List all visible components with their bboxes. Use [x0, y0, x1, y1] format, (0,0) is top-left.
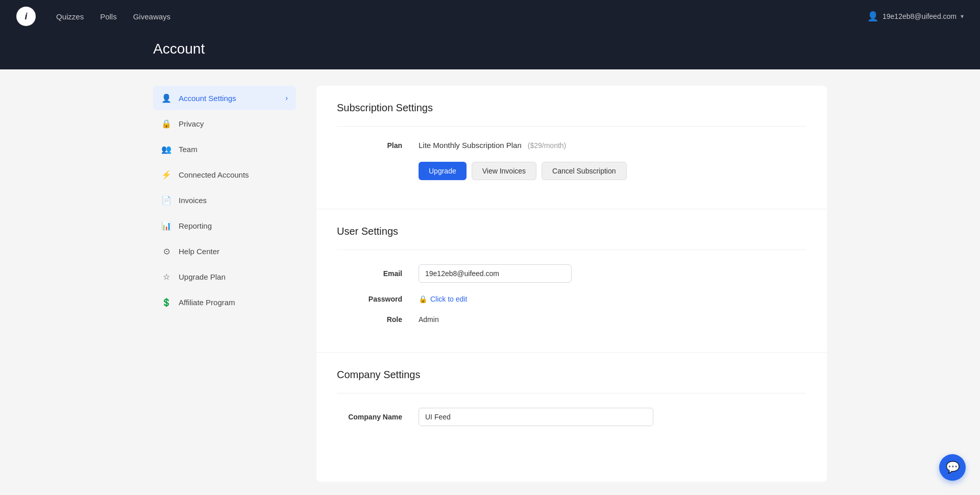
sidebar-label-affiliate-program: Affiliate Program — [179, 298, 235, 307]
sidebar-label-account-settings: Account Settings — [179, 94, 236, 103]
sidebar-item-help-center[interactable]: ⊙ Help Center — [153, 239, 296, 263]
role-row: Role Admin — [337, 315, 806, 324]
company-settings-title: Company Settings — [337, 369, 806, 381]
plan-name: Lite Monthly Subscription Plan — [419, 141, 522, 150]
user-icon: 👤 — [867, 11, 878, 22]
sidebar-item-upgrade-plan[interactable]: ☆ Upgrade Plan — [153, 264, 296, 289]
user-divider — [337, 250, 806, 250]
logo[interactable]: i — [16, 7, 36, 26]
sidebar-active-chevron: › — [285, 94, 288, 102]
click-to-edit-label: Click to edit — [430, 295, 467, 303]
subscription-divider — [337, 126, 806, 127]
nav-giveaways[interactable]: Giveaways — [133, 12, 170, 21]
help-center-icon: ⊙ — [161, 246, 172, 256]
cancel-subscription-button[interactable]: Cancel Subscription — [542, 162, 627, 180]
page-title: Account — [153, 41, 827, 57]
sidebar-label-help-center: Help Center — [179, 247, 219, 256]
main-content: Subscription Settings Plan Lite Monthly … — [316, 86, 827, 482]
password-row: Password 🔒 Click to edit — [337, 295, 806, 303]
team-icon: 👥 — [161, 144, 172, 154]
sidebar-item-invoices[interactable]: 📄 Invoices — [153, 188, 296, 212]
password-field-wrapper: 🔒 Click to edit — [419, 295, 806, 303]
user-settings-section: User Settings Email Password 🔒 Click to … — [316, 209, 827, 353]
chat-button[interactable]: 💬 — [939, 454, 966, 481]
company-name-row: Company Name — [337, 408, 806, 426]
user-email: 19e12eb8@uifeed.com — [883, 12, 957, 20]
upgrade-button[interactable]: Upgrade — [419, 162, 467, 180]
account-settings-icon: 👤 — [161, 93, 172, 103]
company-name-label: Company Name — [337, 413, 419, 421]
subscription-buttons-row: Upgrade View Invoices Cancel Subscriptio… — [337, 162, 806, 180]
sidebar-label-reporting: Reporting — [179, 221, 212, 230]
sidebar-label-upgrade-plan: Upgrade Plan — [179, 273, 226, 281]
user-menu-chevron: ▾ — [961, 13, 964, 20]
user-settings-title: User Settings — [337, 226, 806, 237]
invoices-icon: 📄 — [161, 195, 172, 205]
sidebar-item-affiliate-program[interactable]: 💲 Affiliate Program — [153, 290, 296, 314]
subscription-settings-title: Subscription Settings — [337, 102, 806, 114]
subscription-buttons: Upgrade View Invoices Cancel Subscriptio… — [419, 162, 627, 180]
sidebar: 👤 Account Settings › 🔒 Privacy 👥 Team ⚡ … — [153, 86, 296, 482]
company-divider — [337, 393, 806, 393]
company-settings-section: Company Settings Company Name — [316, 353, 827, 455]
connected-accounts-icon: ⚡ — [161, 169, 172, 180]
plan-price: ($29/month) — [528, 141, 566, 150]
click-to-edit-password[interactable]: 🔒 Click to edit — [419, 295, 806, 303]
sidebar-item-privacy[interactable]: 🔒 Privacy — [153, 111, 296, 136]
privacy-icon: 🔒 — [161, 118, 172, 129]
email-field-wrapper — [419, 264, 806, 283]
email-row: Email — [337, 264, 806, 283]
top-navigation: i Quizzes Polls Giveaways 👤 19e12eb8@uif… — [0, 0, 980, 33]
main-layout: 👤 Account Settings › 🔒 Privacy 👥 Team ⚡ … — [133, 69, 847, 495]
company-name-field-wrapper — [419, 408, 806, 426]
sidebar-item-connected-accounts[interactable]: ⚡ Connected Accounts — [153, 162, 296, 187]
sidebar-item-team[interactable]: 👥 Team — [153, 137, 296, 161]
nav-links: Quizzes Polls Giveaways — [56, 12, 867, 21]
sidebar-item-reporting[interactable]: 📊 Reporting — [153, 213, 296, 238]
sidebar-label-team: Team — [179, 145, 198, 154]
sidebar-item-account-settings[interactable]: 👤 Account Settings › — [153, 86, 296, 110]
email-label: Email — [337, 269, 419, 278]
role-label: Role — [337, 315, 419, 324]
sidebar-label-connected-accounts: Connected Accounts — [179, 170, 249, 179]
reporting-icon: 📊 — [161, 220, 172, 231]
subscription-settings-section: Subscription Settings Plan Lite Monthly … — [316, 86, 827, 209]
plan-row: Plan Lite Monthly Subscription Plan ($29… — [337, 141, 806, 150]
view-invoices-button[interactable]: View Invoices — [472, 162, 536, 180]
nav-polls[interactable]: Polls — [100, 12, 117, 21]
plan-label: Plan — [337, 141, 419, 150]
sidebar-label-invoices: Invoices — [179, 196, 207, 205]
logo-icon: i — [16, 7, 36, 26]
role-value: Admin — [419, 315, 806, 324]
company-name-input[interactable] — [419, 408, 653, 426]
sidebar-label-privacy: Privacy — [179, 119, 204, 128]
chat-icon: 💬 — [946, 461, 960, 474]
user-menu[interactable]: 👤 19e12eb8@uifeed.com ▾ — [867, 11, 964, 22]
plan-value: Lite Monthly Subscription Plan ($29/mont… — [419, 141, 806, 150]
nav-quizzes[interactable]: Quizzes — [56, 12, 84, 21]
upgrade-plan-icon: ☆ — [161, 271, 172, 282]
affiliate-program-icon: 💲 — [161, 297, 172, 307]
lock-icon: 🔒 — [419, 295, 427, 303]
password-label: Password — [337, 295, 419, 303]
email-input[interactable] — [419, 264, 572, 283]
